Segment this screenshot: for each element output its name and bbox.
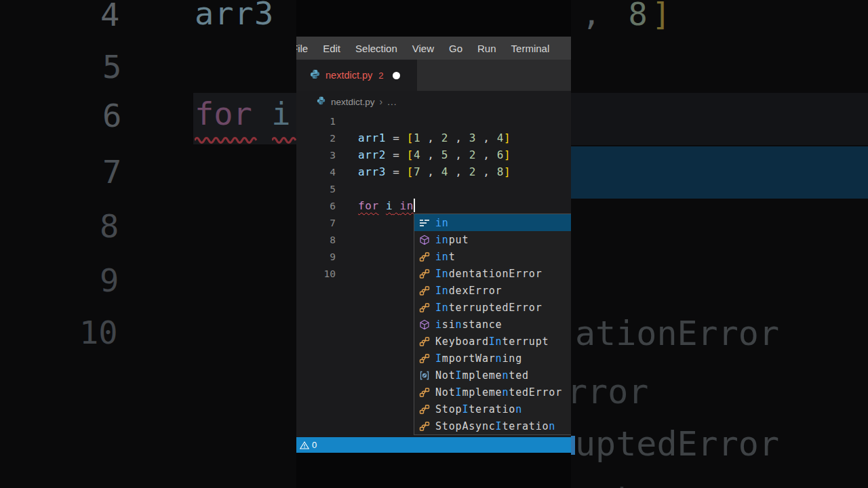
suggest-item-in[interactable]: in	[414, 214, 571, 231]
suggest-item-label: IndexError	[435, 285, 502, 297]
status-bar: 0	[296, 437, 571, 453]
symbol-class-icon	[419, 251, 430, 262]
suggest-item-StopIteration[interactable]: StopIteration	[414, 401, 571, 418]
bg-code-fragment: for i	[195, 95, 290, 133]
bg-keyword-text: for	[195, 95, 252, 132]
suggest-item-InterruptedError[interactable]: InterruptedError	[414, 299, 571, 316]
bg-suggestion-fragment: nstance	[572, 479, 715, 488]
code-text: arr1 = [1 , 2 , 3 , 4]	[358, 131, 511, 144]
suggest-item-IndentationError[interactable]: IndentationError	[414, 265, 571, 282]
text-cursor	[414, 199, 415, 212]
chevron-right-icon: ›	[380, 96, 383, 107]
suggest-widget: ininputintIndentationErrorIndexErrorInte…	[414, 214, 571, 435]
bg-suggestion-fragment: rror	[571, 371, 648, 412]
breadcrumb-filename[interactable]: nextdict.py	[331, 97, 375, 107]
bg-error-squiggle	[272, 136, 296, 145]
symbol-keyword-icon	[419, 218, 430, 228]
bg-line-number: 9	[100, 262, 119, 300]
python-icon	[317, 96, 326, 108]
python-icon	[310, 69, 320, 82]
code-text: for i in	[358, 199, 414, 212]
bg-current-line-band	[571, 93, 868, 145]
unsaved-dot-icon[interactable]	[393, 72, 400, 79]
code-line-5[interactable]: 5	[296, 180, 571, 197]
bg-space	[252, 95, 271, 132]
line-number: 7	[296, 218, 336, 228]
bg-selected-suggestion-band	[571, 146, 868, 199]
bg-line-number: 10	[79, 314, 118, 352]
menu-item-run[interactable]: Run	[477, 43, 496, 54]
line-number: 8	[296, 235, 336, 245]
code-line-4[interactable]: 4arr3 = [7 , 4 , 2 , 8]	[296, 163, 571, 180]
tab-filename: nextdict.py	[326, 70, 372, 81]
code-line-6[interactable]: 6for i in	[296, 197, 571, 214]
symbol-class-icon	[419, 302, 430, 313]
code-line-1[interactable]: 1	[296, 113, 571, 129]
suggest-item-NotImplementedError[interactable]: NotImplementedError	[414, 384, 571, 401]
suggest-item-label: input	[435, 234, 469, 246]
suggest-item-NotImplemented[interactable]: NotImplemented	[414, 367, 571, 384]
tab-bar: nextdict.py 2	[296, 60, 571, 91]
suggest-item-label: isinstance	[435, 319, 502, 331]
bg-code-fragment: arr3	[195, 0, 274, 33]
symbol-class-icon	[419, 421, 430, 432]
suggest-item-label: NotImplemented	[435, 369, 529, 382]
bg-code-fragment: , 8]	[582, 0, 675, 33]
suggest-item-label: int	[435, 251, 456, 263]
menu-bar: FileEditSelectionViewGoRunTerminal	[296, 37, 571, 60]
breadcrumb: nextdict.py › ...	[296, 91, 571, 113]
line-number: 10	[296, 268, 336, 279]
breadcrumb-more[interactable]: ...	[387, 97, 397, 107]
suggest-item-label: StopAsyncIteration	[435, 420, 555, 432]
symbol-class-icon	[419, 285, 430, 296]
menu-item-edit[interactable]: Edit	[323, 43, 340, 54]
symbol-method-icon	[419, 235, 430, 245]
symbol-class-icon	[419, 268, 430, 279]
warnings-status[interactable]: 0	[300, 440, 317, 450]
line-number: 4	[296, 167, 336, 178]
suggest-item-label: StopIteration	[435, 403, 522, 415]
suggest-item-label: InterruptedError	[435, 302, 542, 314]
tab-nextdict[interactable]: nextdict.py 2	[296, 60, 417, 91]
code-line-3[interactable]: 3arr2 = [4 , 5 , 2 , 6]	[296, 146, 571, 163]
bg-line-number: 7	[102, 153, 121, 191]
symbol-constant-icon	[419, 370, 430, 381]
suggest-item-label: IndentationError	[435, 268, 542, 280]
menu-item-view[interactable]: View	[412, 43, 434, 54]
bg-suggestion-fragment: uptedError	[575, 424, 779, 464]
bg-error-squiggle	[195, 136, 260, 145]
menu-item-file[interactable]: File	[296, 43, 308, 54]
menu-item-go[interactable]: Go	[449, 43, 462, 54]
suggest-item-StopAsyncIteration[interactable]: StopAsyncIteration	[414, 418, 571, 434]
line-number: 3	[296, 150, 336, 161]
suggest-item-label: NotImplementedError	[435, 386, 562, 399]
line-number: 5	[296, 184, 336, 195]
symbol-class-icon	[419, 336, 430, 347]
menu-item-selection[interactable]: Selection	[355, 43, 397, 54]
suggest-item-label: in	[435, 217, 449, 229]
suggest-item-int[interactable]: int	[414, 248, 571, 265]
symbol-method-icon	[419, 319, 430, 330]
tab-problem-count: 2	[378, 70, 383, 81]
symbol-class-icon	[419, 387, 430, 398]
symbol-class-icon	[419, 404, 430, 415]
warning-triangle-icon	[300, 441, 309, 450]
suggest-item-isinstance[interactable]: isinstance	[414, 316, 571, 333]
suggest-item-KeyboardInterrupt[interactable]: KeyboardInterrupt	[414, 333, 571, 350]
code-line-2[interactable]: 2arr1 = [1 , 2 , 3 , 4]	[296, 129, 571, 146]
menu-item-terminal[interactable]: Terminal	[511, 43, 550, 54]
line-number: 9	[296, 251, 336, 262]
suggest-item-input[interactable]: input	[414, 231, 571, 248]
bg-line-number: 5	[102, 48, 121, 86]
suggest-item-label: KeyboardInterrupt	[435, 336, 549, 348]
code-text: arr2 = [4 , 5 , 2 , 6]	[358, 148, 511, 161]
vscode-window: FileEditSelectionViewGoRunTerminal nextd…	[296, 37, 571, 453]
bg-number-text: 8	[629, 0, 652, 33]
symbol-class-icon	[419, 353, 430, 364]
bg-line-number: 4	[100, 0, 119, 34]
suggest-item-ImportWarning[interactable]: ImportWarning	[414, 350, 571, 367]
suggest-item-IndexError[interactable]: IndexError	[414, 282, 571, 299]
line-number: 2	[296, 133, 336, 144]
bg-suggestion-fragment: ationError	[575, 313, 779, 354]
bg-variable-text: i	[271, 95, 290, 132]
